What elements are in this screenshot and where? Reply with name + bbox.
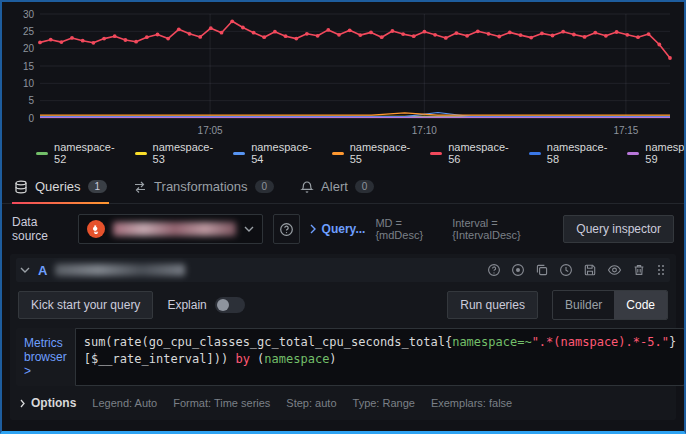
legend-label: namespace-52 — [54, 141, 117, 165]
svg-text:17:10: 17:10 — [412, 125, 437, 136]
redacted-datasource-name — [113, 222, 237, 236]
svg-text:0: 0 — [28, 113, 34, 124]
legend-label: namespace-59 — [645, 141, 686, 165]
code-mode-button[interactable]: Code — [614, 291, 667, 319]
query-options-row: Options Legend: Auto Format: Time series… — [16, 394, 670, 412]
chevron-right-icon — [20, 399, 25, 408]
svg-text:5: 5 — [28, 95, 34, 106]
tab-count-badge: 1 — [88, 180, 108, 193]
metrics-browser-toggle[interactable]: Metrics browser > — [16, 328, 75, 386]
legend-item-namespace-55[interactable]: namespace-55 — [332, 141, 413, 165]
tab-queries[interactable]: Queries 1 — [12, 170, 109, 203]
legend-color-marker — [36, 152, 48, 155]
legend-label: namespace-55 — [350, 141, 413, 165]
datasource-picker[interactable] — [78, 214, 264, 244]
legend-item-namespace-58[interactable]: namespace-58 — [529, 141, 610, 165]
legend-color-marker — [627, 152, 639, 155]
editor-mode-switch: Builder Code — [552, 290, 668, 320]
grafana-panel-editor: 05101520253017:0517:1017:15 namespace-52… — [0, 0, 686, 434]
tab-count-badge: 0 — [355, 180, 375, 193]
explain-label: Explain — [167, 298, 206, 312]
legend-item-namespace-52[interactable]: namespace-52 — [36, 141, 117, 165]
interval-info: Interval = {IntervalDesc} — [452, 217, 553, 241]
redacted-query-datasource-name — [55, 264, 185, 276]
legend-color-marker — [332, 152, 344, 155]
options-label: Options — [31, 396, 76, 410]
history-icon[interactable] — [559, 263, 573, 277]
query-code-editor[interactable]: sum(rate(go_cpu_classes_gc_total_cpu_sec… — [75, 328, 685, 386]
tab-transformations[interactable]: Transformations 0 — [131, 170, 276, 203]
tab-label: Queries — [35, 179, 81, 194]
svg-text:17:15: 17:15 — [613, 125, 638, 136]
legend-color-marker — [529, 152, 541, 155]
query-toolbar: Kick start your query Explain Run querie… — [16, 290, 670, 320]
code-line-1: sum(rate(go_cpu_classes_gc_total_cpu_sec… — [84, 334, 676, 351]
transform-icon — [133, 180, 147, 194]
help-circle-icon[interactable] — [487, 263, 501, 277]
datasource-row: Data source Query... MD = {mdDesc} Inter… — [2, 214, 684, 244]
kick-start-query-button[interactable]: Kick start your query — [18, 291, 153, 319]
datasource-label: Data source — [12, 215, 68, 243]
legend-item-namespace-56[interactable]: namespace-56 — [430, 141, 511, 165]
save-icon[interactable] — [583, 263, 597, 277]
max-datapoints-info: MD = {mdDesc} — [375, 217, 442, 241]
timeseries-panel: 05101520253017:0517:1017:15 namespace-52… — [2, 2, 684, 162]
option-format: Format: Time series — [173, 397, 270, 409]
code-token: ) — [329, 352, 336, 366]
record-circle-icon[interactable] — [511, 263, 525, 277]
option-legend: Legend: Auto — [92, 397, 157, 409]
code-token: sum(rate(go_cpu_classes_gc_total_cpu_sec… — [84, 335, 452, 349]
option-type: Type: Range — [353, 397, 415, 409]
drag-handle-icon[interactable] — [656, 263, 666, 277]
code-token-string: ".*(namspace).*-5." — [532, 335, 669, 349]
datasource-help-button[interactable] — [273, 214, 299, 244]
collapse-chevron-icon[interactable] — [20, 267, 30, 273]
svg-text:17:05: 17:05 — [198, 125, 223, 136]
legend-item-namespace-54[interactable]: namespace-54 — [233, 141, 314, 165]
explain-toggle[interactable] — [215, 297, 245, 313]
query-options-toggle[interactable]: Query... — [310, 222, 366, 236]
options-toggle[interactable]: Options — [20, 396, 76, 410]
query-row-header[interactable]: A — [16, 258, 670, 282]
bell-icon — [300, 180, 314, 194]
eye-icon[interactable] — [607, 263, 622, 277]
query-inspector-button[interactable]: Query inspector — [563, 215, 674, 243]
legend-color-marker — [135, 152, 147, 155]
prometheus-icon — [87, 220, 105, 238]
chart-legend: namespace-52 namespace-53 namespace-54 n… — [36, 144, 676, 162]
legend-color-marker — [430, 152, 442, 155]
run-queries-button[interactable]: Run queries — [447, 291, 538, 319]
toggle-knob — [217, 299, 229, 311]
chevron-down-icon — [244, 226, 254, 232]
query-row-actions — [487, 263, 666, 277]
legend-label: namespace-56 — [448, 141, 511, 165]
explain-control: Explain — [167, 297, 244, 313]
query-options-label: Query... — [322, 222, 366, 236]
timeseries-chart[interactable]: 05101520253017:0517:1017:15 — [10, 8, 676, 140]
database-icon — [14, 180, 28, 194]
svg-text:15: 15 — [23, 61, 35, 72]
svg-text:20: 20 — [23, 43, 35, 54]
svg-text:30: 30 — [23, 9, 35, 20]
query-editor-card: A Kick start your query Explain Run quer… — [10, 254, 676, 420]
query-ref-id: A — [38, 263, 47, 278]
svg-text:25: 25 — [23, 26, 35, 37]
code-token: } — [669, 335, 676, 349]
trash-icon[interactable] — [632, 263, 646, 277]
code-token-label: namespace=~ — [452, 335, 531, 349]
svg-text:10: 10 — [23, 78, 35, 89]
tab-label: Transformations — [154, 179, 247, 194]
duplicate-icon[interactable] — [535, 263, 549, 277]
code-token-keyword: by — [235, 352, 257, 366]
builder-mode-button[interactable]: Builder — [553, 291, 614, 319]
legend-label: namespace-54 — [251, 141, 314, 165]
option-exemplars: Exemplars: false — [431, 397, 512, 409]
promql-editor: Metrics browser > sum(rate(go_cpu_classe… — [16, 328, 670, 386]
chevron-right-icon — [310, 224, 316, 234]
legend-item-namespace-59[interactable]: namespace-59 — [627, 141, 686, 165]
editor-tabs: Queries 1 Transformations 0 Alert 0 — [2, 170, 684, 204]
legend-item-namespace-53[interactable]: namespace-53 — [135, 141, 216, 165]
code-line-2: [$__rate_interval])) by (namespace) — [84, 351, 676, 368]
code-token-label: namespace — [264, 352, 329, 366]
tab-alert[interactable]: Alert 0 — [298, 170, 376, 203]
